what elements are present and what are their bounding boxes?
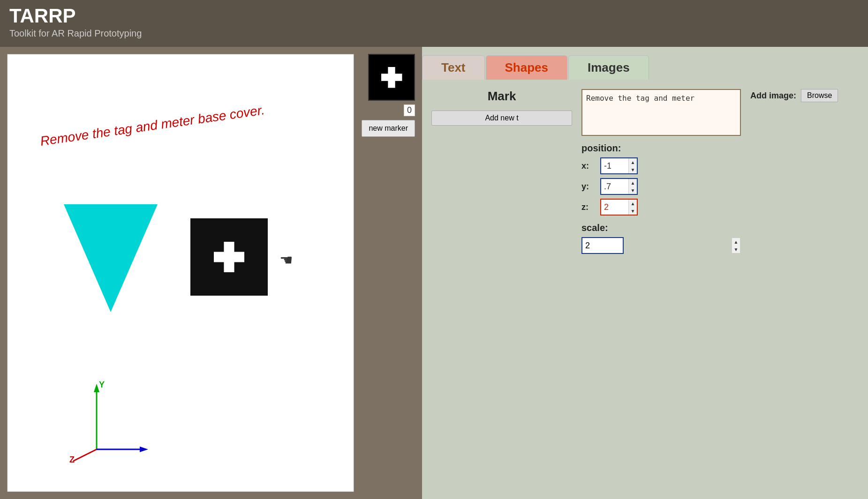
x-spinner: ▲ ▼ (600, 157, 638, 174)
marker-thumbnail (368, 54, 415, 101)
scale-label: scale: (581, 223, 741, 233)
viewport-container: 0 new marker Remove the tag and meter ba… (0, 47, 422, 499)
app-subtitle: Toolkit for AR Rapid Prototyping (9, 28, 859, 39)
z-spin-down[interactable]: ▼ (629, 207, 637, 215)
marker-thumb-area: 0 new marker (362, 54, 415, 137)
add-image-label: Add image: (750, 91, 796, 101)
marker-cross-icon (381, 67, 402, 88)
scale-spin-down[interactable]: ▼ (732, 246, 740, 253)
x-spin-down[interactable]: ▼ (629, 166, 637, 173)
y-label: y: (581, 182, 596, 192)
y-spinner: ▲ ▼ (600, 178, 638, 195)
cursor-icon: ☚ (279, 251, 293, 269)
app-title: TARRP (9, 5, 859, 27)
svg-marker-6 (140, 447, 148, 452)
app-header: TARRP Toolkit for AR Rapid Prototyping (0, 0, 868, 47)
y-coord-row: y: ▲ ▼ (581, 178, 741, 195)
svg-line-3 (73, 449, 97, 461)
right-panel: Text Shapes Images Mark Add new t Remove… (422, 47, 868, 499)
ar-marker-cross-icon (214, 242, 244, 272)
svg-text:Y: Y (99, 380, 105, 389)
ar-overlay-text: Remove the tag and meter base cover. (39, 103, 266, 149)
browse-button[interactable]: Browse (801, 89, 838, 102)
marker-label: 0 (404, 104, 415, 116)
sub-panel-marker: Mark Add new t (431, 89, 572, 490)
add-new-text-button[interactable]: Add new t (431, 111, 572, 126)
y-spinner-arrows: ▲ ▼ (628, 179, 637, 194)
z-spinner: ▲ ▼ (600, 199, 638, 216)
x-coord-row: x: ▲ ▼ (581, 157, 741, 174)
tab-text[interactable]: Text (422, 55, 485, 80)
scale-value-input[interactable] (581, 237, 624, 254)
x-spinner-arrows: ▲ ▼ (628, 158, 637, 173)
tab-bar: Text Shapes Images (422, 47, 868, 80)
text-content-input[interactable]: Remove the tag and meter (581, 89, 741, 136)
position-section: position: x: ▲ ▼ y: (581, 143, 741, 216)
y-spin-down[interactable]: ▼ (629, 186, 637, 194)
z-label: z: (581, 202, 596, 212)
ar-viewport[interactable]: Remove the tag and meter base cover. ☚ Y… (7, 54, 354, 492)
x-label: x: (581, 161, 596, 171)
z-spin-up[interactable]: ▲ (629, 200, 637, 207)
marker-section-title: Mark (431, 89, 572, 104)
scale-spin-up[interactable]: ▲ (732, 238, 740, 246)
y-spin-up[interactable]: ▲ (629, 179, 637, 186)
new-marker-button[interactable]: new marker (362, 120, 415, 137)
scale-spinner: ▲ ▼ (581, 237, 741, 254)
text-editor-area: Remove the tag and meter position: x: ▲ … (581, 89, 741, 490)
position-label: position: (581, 143, 741, 154)
sub-panel-images: Add image: Browse (750, 89, 859, 490)
scale-section: scale: ▲ ▼ (581, 223, 741, 254)
z-coord-row: z: ▲ ▼ (581, 199, 741, 216)
ar-marker-viewport (190, 218, 268, 296)
add-image-row: Add image: Browse (750, 89, 859, 102)
tab-images[interactable]: Images (568, 55, 649, 80)
x-spin-up[interactable]: ▲ (629, 158, 637, 166)
scale-spinner-arrows: ▲ ▼ (732, 238, 740, 253)
svg-text:Z: Z (69, 455, 75, 463)
cone-shape (64, 204, 158, 312)
coordinate-axes: Y Z (68, 379, 153, 463)
z-spinner-arrows: ▲ ▼ (628, 200, 637, 215)
tab-shapes[interactable]: Shapes (486, 55, 568, 80)
panel-content: Mark Add new t Remove the tag and meter … (422, 80, 868, 499)
